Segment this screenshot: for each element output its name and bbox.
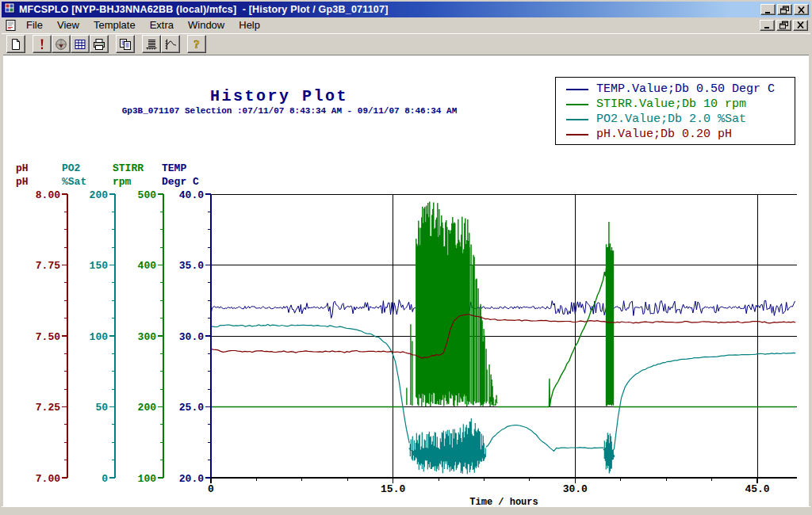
menu-item-view[interactable]: View (50, 17, 86, 32)
toolbar-button-print[interactable] (90, 35, 109, 53)
menu-items: FileViewTemplateExtraWindowHelp (19, 17, 267, 32)
legend-entry: PO2.Value;Db 2.0 %Sat (556, 112, 795, 127)
menu-item-template[interactable]: Template (86, 17, 143, 32)
legend-label: pH.Value;Db 0.20 pH (596, 128, 732, 141)
chart-legend: TEMP.Value;Db 0.50 Degr CSTIRR.Value;Db … (555, 77, 795, 145)
application-icon (4, 2, 15, 17)
toolbar-button-report-list[interactable] (142, 35, 161, 53)
mdi-document-icon[interactable] (5, 19, 17, 32)
toolbar-button-copy[interactable] (116, 35, 135, 53)
minimize-button[interactable] (760, 4, 776, 15)
restore-button[interactable] (777, 4, 792, 15)
axis-unit-ph: pH (16, 176, 29, 188)
copy-icon (119, 38, 132, 51)
close-icon (795, 21, 806, 29)
toolbar: ? (2, 33, 810, 54)
close-icon (796, 6, 806, 14)
toolbar-group (116, 35, 135, 53)
svg-text:?: ? (193, 38, 200, 51)
restore-icon (779, 21, 789, 29)
menu-item-window[interactable]: Window (181, 17, 232, 32)
toolbar-group (33, 35, 109, 53)
legend-line-sample (566, 89, 588, 90)
chart-title: History Plot (128, 87, 430, 105)
window-controls (760, 4, 810, 15)
toolbar-group: ? (187, 35, 206, 53)
axis-name-ph: pH (16, 162, 29, 174)
help-icon: ? (190, 38, 203, 51)
new-document-icon (10, 38, 22, 51)
legend-line-sample (566, 134, 588, 135)
axis-name-stirr: STIRR (113, 162, 144, 174)
restore-icon (779, 6, 790, 14)
axis-name-temp: TEMP (162, 162, 186, 174)
legend-line-sample (566, 119, 588, 120)
chart-subtitle: Gp3B_071107 Selection :07/11/07 8:43:34 … (28, 106, 551, 116)
legend-label: TEMP.Value;Db 0.50 Degr C (596, 82, 775, 96)
mdi-minimize-button[interactable] (760, 20, 775, 31)
axis-unit-po2: %Sat (62, 176, 86, 188)
toolbar-group (6, 35, 25, 53)
toolbar-group (142, 35, 180, 53)
toolbar-button-acquire-data[interactable] (52, 35, 71, 53)
toolbar-button-alarm[interactable] (33, 35, 52, 53)
report-list-icon (145, 38, 158, 51)
menu-bar: FileViewTemplateExtraWindowHelp (2, 17, 810, 32)
close-button[interactable] (794, 4, 809, 15)
window-title: MFCSPLO [NYP-BHJ3NNA62BB (local)/mfcs] -… (19, 4, 389, 15)
axis-name-po2: PO2 (62, 162, 80, 174)
acquire-data-icon (55, 38, 67, 51)
mdi-restore-button[interactable] (776, 20, 791, 31)
legend-label: PO2.Value;Db 2.0 %Sat (596, 113, 746, 126)
toolbar-button-data-grid[interactable] (71, 35, 90, 53)
alarm-icon (36, 38, 48, 51)
toolbar-button-help[interactable]: ? (187, 35, 206, 53)
menu-item-help[interactable]: Help (232, 17, 267, 32)
minimize-icon (763, 6, 773, 14)
axis-unit-temp: Degr C (162, 176, 199, 188)
print-icon (93, 38, 105, 51)
mdi-close-button[interactable] (793, 20, 808, 31)
legend-entry: STIRR.Value;Db 10 rpm (556, 97, 795, 112)
legend-entry: pH.Value;Db 0.20 pH (556, 127, 795, 142)
minimize-icon (762, 21, 772, 29)
mfcs-application-window: { "window": { "title": "MFCSPLO [NYP-BHJ… (0, 0, 812, 515)
legend-line-sample (566, 104, 588, 105)
menu-item-extra[interactable]: Extra (143, 17, 181, 32)
toolbar-button-history-plot[interactable] (161, 35, 180, 53)
axis-unit-stirr: rpm (113, 176, 131, 188)
legend-label: STIRR.Value;Db 10 rpm (596, 97, 746, 111)
title-bar[interactable]: MFCSPLO [NYP-BHJ3NNA62BB (local)/mfcs] -… (2, 2, 810, 17)
toolbar-button-new-document[interactable] (6, 35, 25, 53)
data-grid-icon (74, 38, 86, 51)
history-plot-icon (164, 38, 177, 51)
status-bar (2, 506, 810, 513)
menu-item-file[interactable]: File (19, 17, 50, 32)
legend-entry: TEMP.Value;Db 0.50 Degr C (556, 82, 795, 97)
mdi-window-controls (760, 20, 810, 31)
